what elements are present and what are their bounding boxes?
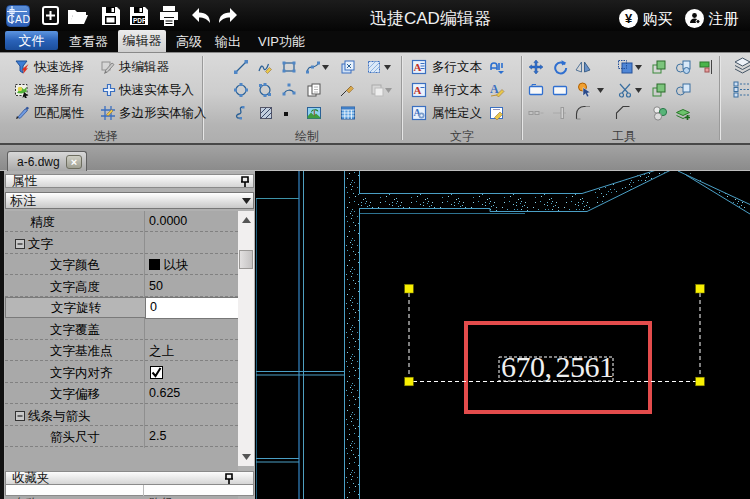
svg-text:670,2561: 670,2561: [501, 350, 614, 383]
svg-text:A: A: [414, 84, 422, 96]
svg-text:A: A: [414, 61, 422, 73]
svg-text:PDF: PDF: [133, 17, 146, 24]
